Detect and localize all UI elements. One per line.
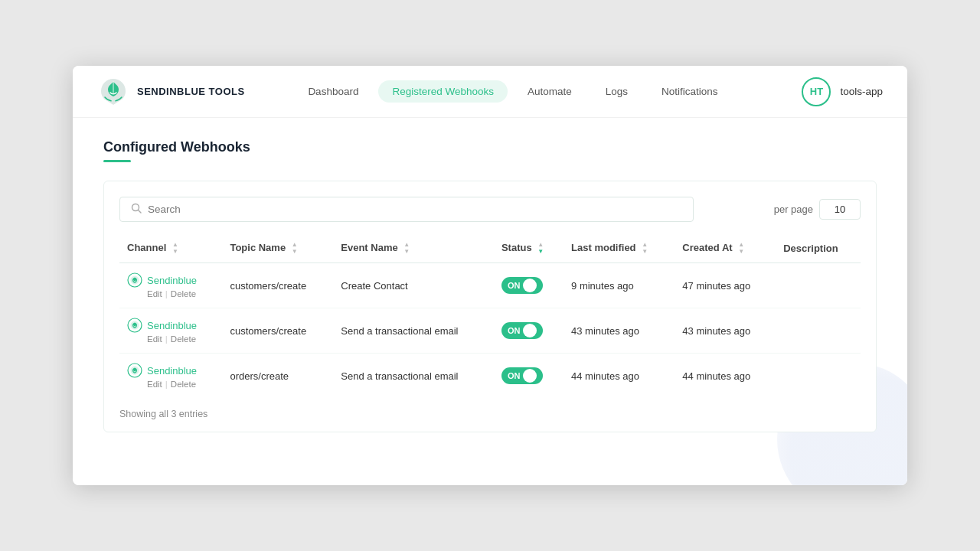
header-right: HT tools-app [760, 77, 883, 106]
action-links: Edit | Delete [147, 334, 214, 344]
channel-name-row: Sendinblue [127, 363, 214, 378]
app-name-label: tools-app [840, 86, 883, 97]
logo-icon [97, 76, 129, 108]
cell-topic-0: customers/create [222, 263, 333, 308]
edit-link[interactable]: Edit [147, 289, 162, 298]
cell-topic-2: orders/create [222, 354, 333, 399]
nav-dashboard[interactable]: Dashboard [294, 80, 372, 103]
toggle-knob [523, 369, 537, 383]
cell-status-1: ON [494, 308, 564, 354]
channel-name[interactable]: Sendinblue [147, 275, 197, 286]
sort-channel-icon: ▲ ▼ [172, 242, 178, 255]
channel-name-row: Sendinblue [127, 272, 214, 288]
cell-lastmod-2: 44 minutes ago [564, 354, 675, 399]
nav-logs[interactable]: Logs [592, 80, 642, 103]
channel-name[interactable]: Sendinblue [147, 365, 197, 377]
status-toggle[interactable]: ON [501, 322, 543, 339]
col-topic-name[interactable]: Topic Name ▲ ▼ [222, 236, 333, 263]
channel-cell: Sendinblue Edit | Delete [127, 272, 214, 298]
sort-createdat-icon: ▲ ▼ [738, 242, 744, 255]
logo-text: SENDINBLUE TOOLS [137, 86, 245, 97]
channel-cell: Sendinblue Edit | Delete [127, 318, 214, 344]
sort-lastmod-icon: ▲ ▼ [642, 242, 648, 255]
edit-link[interactable]: Edit [147, 380, 162, 389]
search-icon [131, 203, 142, 216]
nav-automate[interactable]: Automate [514, 80, 586, 103]
sendinblue-icon [127, 363, 142, 378]
per-page-row: per page [774, 199, 861, 220]
search-row: per page [119, 197, 861, 222]
avatar[interactable]: HT [802, 77, 831, 106]
sort-status-icon: ▲ ▼ [537, 242, 544, 255]
cell-createdat-2: 44 minutes ago [675, 354, 776, 399]
col-description: Description [776, 236, 861, 263]
nav-notifications[interactable]: Notifications [648, 80, 732, 103]
cell-event-0: Create Contact [333, 263, 494, 308]
cell-createdat-1: 43 minutes ago [675, 308, 776, 354]
sort-topic-icon: ▲ ▼ [292, 242, 298, 255]
cell-lastmod-1: 43 minutes ago [564, 308, 675, 354]
delete-link[interactable]: Delete [171, 380, 196, 389]
status-toggle[interactable]: ON [501, 367, 543, 384]
delete-link[interactable]: Delete [171, 334, 196, 344]
toggle-label: ON [508, 281, 521, 290]
table-header-row: Channel ▲ ▼ Topic Name ▲ ▼ [119, 236, 861, 263]
webhooks-table: Channel ▲ ▼ Topic Name ▲ ▼ [119, 236, 861, 398]
col-channel[interactable]: Channel ▲ ▼ [119, 236, 222, 263]
showing-text: Showing all 3 entries [119, 409, 861, 419]
title-underline [103, 160, 131, 162]
cell-channel-1: Sendinblue Edit | Delete [119, 308, 222, 354]
cell-description-0 [776, 263, 861, 308]
svg-line-1 [139, 210, 142, 214]
toggle-label: ON [508, 326, 521, 335]
toggle-label: ON [508, 371, 521, 380]
status-toggle[interactable]: ON [501, 277, 543, 294]
sendinblue-icon [127, 272, 142, 288]
channel-name[interactable]: Sendinblue [147, 320, 197, 331]
logo-area: SENDINBLUE TOOLS [97, 76, 266, 108]
cell-channel-0: Sendinblue Edit | Delete [119, 263, 222, 308]
cell-event-2: Send a transactional email [333, 354, 494, 399]
col-status[interactable]: Status ▲ ▼ [494, 236, 564, 263]
search-input[interactable] [148, 204, 682, 215]
page-title: Configured Webhooks [103, 139, 877, 155]
edit-link[interactable]: Edit [147, 334, 162, 344]
col-last-modified[interactable]: Last modified ▲ ▼ [564, 236, 675, 263]
action-links: Edit | Delete [147, 289, 214, 298]
per-page-input[interactable] [819, 199, 861, 220]
cell-topic-1: customers/create [222, 308, 333, 354]
cell-lastmod-0: 9 minutes ago [564, 263, 675, 308]
action-links: Edit | Delete [147, 380, 214, 389]
table-row: Sendinblue Edit | Delete orders/createSe… [119, 354, 861, 399]
cell-createdat-0: 47 minutes ago [675, 263, 776, 308]
cell-description-1 [776, 308, 861, 354]
nav-registered-webhooks[interactable]: Registered Webhooks [378, 80, 508, 103]
cell-description-2 [776, 354, 861, 399]
cell-status-2: ON [494, 354, 564, 399]
cell-channel-2: Sendinblue Edit | Delete [119, 354, 222, 399]
toggle-knob [523, 279, 537, 292]
cell-status-0: ON [494, 263, 564, 308]
table-row: Sendinblue Edit | Delete customers/creat… [119, 308, 861, 354]
table-container: per page Channel ▲ ▼ [103, 181, 877, 432]
sendinblue-icon [127, 318, 142, 333]
toggle-knob [523, 324, 537, 337]
channel-name-row: Sendinblue [127, 318, 214, 333]
table-row: Sendinblue Edit | Delete customers/creat… [119, 263, 861, 308]
main-content: Configured Webhooks per page [73, 118, 907, 485]
cell-event-1: Send a transactional email [333, 308, 494, 354]
per-page-label: per page [774, 204, 813, 215]
col-created-at[interactable]: Created At ▲ ▼ [675, 236, 776, 263]
col-event-name[interactable]: Event Name ▲ ▼ [333, 236, 494, 263]
main-nav: Dashboard Registered Webhooks Automate L… [266, 80, 760, 103]
delete-link[interactable]: Delete [171, 289, 196, 298]
app-window: SENDINBLUE TOOLS Dashboard Registered We… [73, 66, 907, 485]
header: SENDINBLUE TOOLS Dashboard Registered We… [73, 66, 907, 118]
search-box [119, 197, 694, 222]
channel-cell: Sendinblue Edit | Delete [127, 363, 214, 389]
sort-event-icon: ▲ ▼ [403, 242, 410, 255]
